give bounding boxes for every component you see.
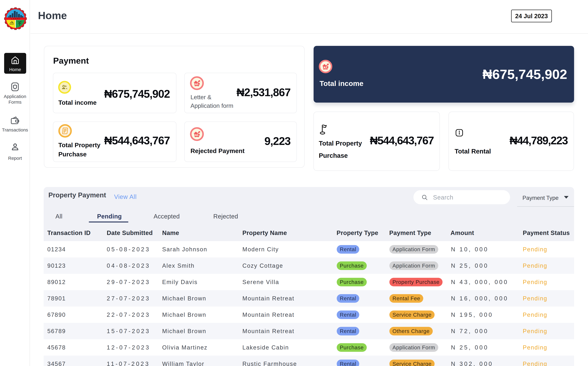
svg-text:L.S.D.P.C: L.S.D.P.C — [11, 18, 20, 20]
